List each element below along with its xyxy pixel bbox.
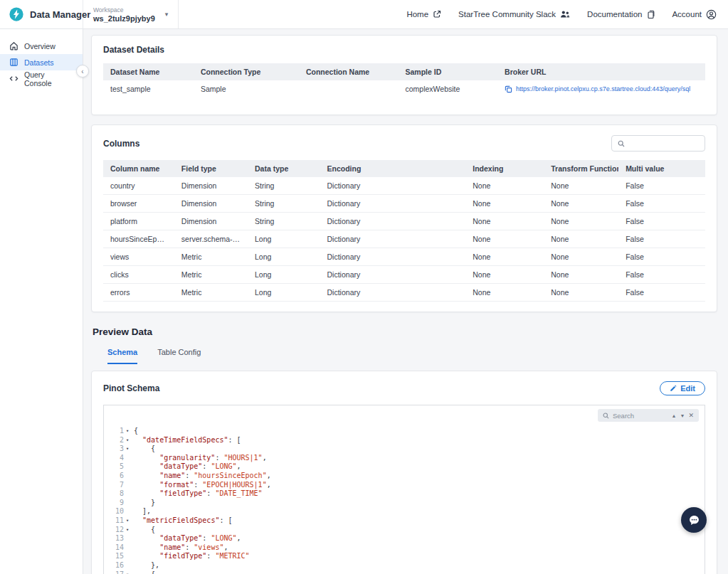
person-icon: [706, 9, 717, 20]
sidebar-collapse-button[interactable]: ‹: [76, 65, 89, 78]
sample-id-cell: complexWebsite: [399, 80, 498, 97]
editor-toolbar: Search ▲ ▼ ✕: [104, 405, 705, 424]
table-cell: String: [248, 213, 320, 230]
code-line: "dataType": "LONG",: [131, 462, 705, 472]
app-body: Overview Datasets Query Console ‹ Datase…: [0, 29, 728, 574]
nav-account[interactable]: Account: [672, 9, 717, 20]
table-cell: None: [465, 248, 544, 266]
column-header: Connection Name: [299, 63, 399, 80]
table-cell: False: [618, 230, 705, 248]
code-line: "fieldType": "METRIC": [131, 552, 705, 561]
fold-gutter[interactable]: 2▾: [104, 436, 131, 445]
table-cell: Dictionary: [320, 177, 466, 195]
fold-gutter[interactable]: 1▾: [104, 427, 131, 436]
fold-gutter[interactable]: 12▾: [104, 526, 131, 535]
table-cell: Dimension: [174, 213, 248, 230]
columns-search[interactable]: [611, 135, 705, 152]
app-title: Data Manager: [30, 9, 90, 20]
schema-code-editor[interactable]: Search ▲ ▼ ✕ 1▾{2▾ "dateTimeFieldSpecs":…: [103, 405, 705, 574]
column-header: Encoding: [320, 160, 466, 177]
search-next-icon[interactable]: ▼: [680, 413, 685, 418]
code-line: "format": "EPOCH|HOURS|1",: [131, 481, 705, 490]
broker-url-link[interactable]: https://broker.pinot.celpxu.cp.s7e.start…: [516, 85, 690, 92]
code-line: {: [131, 445, 705, 454]
table-cell: Metric: [174, 284, 248, 302]
table-cell: False: [618, 195, 705, 213]
app-logo[interactable]: Data Manager: [0, 0, 83, 28]
sidebar-item-datasets[interactable]: Datasets: [0, 54, 83, 70]
line-number: 4: [104, 454, 131, 463]
connection-name-cell: [299, 80, 399, 97]
table-cell: None: [544, 248, 618, 266]
search-icon: [603, 413, 609, 419]
card-title: Columns: [103, 139, 139, 149]
tab-schema[interactable]: Schema: [107, 348, 137, 364]
sidebar-item-label: Overview: [24, 42, 56, 51]
nav-home[interactable]: Home: [406, 10, 441, 18]
card-title: Dataset Details: [103, 45, 705, 55]
search-prev-icon[interactable]: ▲: [672, 413, 677, 418]
header-nav: Home StarTree Community Slack Documentat…: [406, 0, 728, 28]
close-icon[interactable]: ✕: [688, 413, 694, 419]
document-icon: [646, 10, 655, 19]
table-cell: Dictionary: [320, 266, 466, 284]
table-cell: Dictionary: [320, 213, 466, 230]
column-header: Sample ID: [399, 63, 498, 80]
chat-widget-button[interactable]: [681, 507, 707, 533]
table-cell: Metric: [174, 266, 248, 284]
table-cell: False: [618, 266, 705, 284]
table-cell: False: [618, 213, 705, 230]
sidebar-item-query-console[interactable]: Query Console: [0, 70, 83, 87]
editor-search-placeholder: Search: [613, 412, 668, 420]
dataset-details-table: Dataset NameConnection TypeConnection Na…: [103, 63, 705, 97]
column-header: Indexing: [465, 160, 544, 177]
workspace-selector[interactable]: Workspace ws_2tulz9pjyby9 ▾: [83, 0, 179, 28]
table-row: hoursSinceEpochserver.schema-field-ty...…: [103, 230, 705, 248]
table-cell: country: [103, 177, 174, 195]
fold-gutter[interactable]: 17▾: [104, 570, 131, 574]
columns-search-input[interactable]: [629, 139, 699, 147]
home-icon: [9, 41, 19, 51]
nav-slack-label: StarTree Community Slack: [458, 10, 556, 18]
nav-documentation[interactable]: Documentation: [587, 10, 655, 19]
code-line: "dataType": "LONG",: [131, 534, 705, 543]
tab-table-config[interactable]: Table Config: [157, 348, 201, 364]
edit-button[interactable]: Edit: [660, 381, 705, 395]
table-cell: None: [544, 266, 618, 284]
table-cell: None: [465, 284, 544, 302]
table-cell: Long: [248, 284, 320, 302]
top-bar: Data Manager Workspace ws_2tulz9pjyby9 ▾…: [0, 0, 728, 29]
chat-bubble-icon: [688, 514, 700, 526]
connection-type-cell: Sample: [194, 80, 299, 97]
fold-gutter[interactable]: 11▾: [104, 516, 131, 526]
table-cell: Dimension: [174, 177, 248, 195]
nav-docs-label: Documentation: [587, 10, 642, 18]
sidebar-item-overview[interactable]: Overview: [0, 38, 83, 54]
nav-community-slack[interactable]: StarTree Community Slack: [458, 10, 570, 18]
table-cell: String: [248, 195, 320, 213]
table-cell: Dictionary: [320, 248, 466, 266]
table-row: test_sample Sample complexWebsite https:…: [103, 80, 705, 97]
line-number: 14: [104, 543, 131, 553]
editor-search[interactable]: Search ▲ ▼ ✕: [598, 409, 699, 422]
table-cell: None: [465, 213, 544, 230]
fold-gutter[interactable]: 3▾: [104, 445, 131, 454]
code-line: },: [131, 561, 705, 570]
chevron-down-icon: ▾: [165, 11, 169, 18]
sidebar-item-label: Datasets: [24, 58, 53, 67]
copy-icon[interactable]: [505, 85, 512, 93]
code-line: }: [131, 499, 705, 508]
column-header: Multi value: [618, 160, 705, 177]
preview-tabs: Schema Table Config: [91, 348, 717, 364]
table-cell: errors: [103, 284, 174, 302]
line-number: 7: [104, 481, 131, 490]
table-cell: browser: [103, 195, 174, 213]
workspace-value: ws_2tulz9pjyby9: [93, 14, 155, 23]
external-link-icon: [433, 10, 441, 18]
code-area[interactable]: 1▾{2▾ "dateTimeFieldSpecs": [3▾ {4 "gran…: [104, 427, 705, 574]
code-line: "name": "views",: [131, 543, 705, 553]
line-number: 5: [104, 462, 131, 472]
main-content: Dataset Details Dataset NameConnection T…: [83, 29, 728, 574]
dataset-name-cell: test_sample: [103, 80, 194, 97]
table-cell: False: [618, 177, 705, 195]
